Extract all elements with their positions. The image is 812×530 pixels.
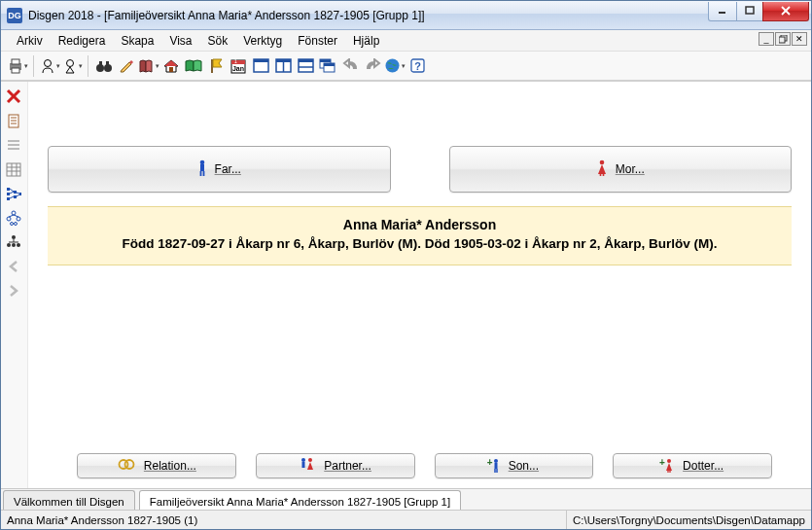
son-button[interactable]: + Son... — [435, 453, 594, 478]
svg-point-71 — [7, 243, 11, 247]
mdi-close-button[interactable]: ✕ — [792, 32, 807, 46]
ancestors-icon[interactable] — [3, 183, 24, 204]
person-name: Anna Maria* Andersson — [63, 217, 776, 232]
center-person-panel[interactable]: Anna Maria* Andersson Född 1827-09-27 i … — [48, 206, 792, 265]
statusbar: Anna Maria* Andersson 1827-1905 (1) C:\U… — [1, 510, 811, 529]
svg-line-56 — [10, 189, 14, 192]
descendants-icon[interactable] — [3, 231, 24, 253]
svg-point-9 — [44, 59, 51, 66]
svg-line-57 — [10, 192, 14, 194]
svg-rect-7 — [12, 59, 19, 64]
window-split-v-icon[interactable] — [272, 55, 294, 77]
status-path: C:\Users\Torgny\Documents\Disgen\Datamap… — [567, 511, 811, 529]
menu-arkiv[interactable]: Arkiv — [9, 32, 51, 50]
menu-sok[interactable]: Sök — [200, 32, 236, 50]
svg-rect-54 — [14, 195, 17, 198]
person-male-icon[interactable]: ▾ — [39, 55, 60, 77]
book-icon[interactable]: ▾ — [138, 55, 159, 77]
svg-point-10 — [66, 59, 73, 66]
side-toolbar — [1, 82, 28, 488]
close-button[interactable] — [762, 2, 809, 21]
cascade-icon[interactable] — [317, 55, 338, 77]
svg-rect-53 — [14, 191, 17, 194]
list-icon[interactable] — [3, 134, 24, 156]
calendar-icon[interactable]: Jan1 — [228, 55, 249, 77]
svg-rect-45 — [7, 163, 20, 176]
print-icon[interactable]: ▾ — [7, 55, 28, 77]
client-area: Far... Mor... Anna Maria* Andersson Född… — [1, 81, 811, 488]
female-icon — [596, 159, 608, 180]
person-info: Född 1827-09-27 i Åkarp nr 6, Åkarp, Bur… — [63, 236, 776, 251]
tree-icon[interactable] — [3, 207, 24, 229]
father-label: Far... — [215, 162, 241, 176]
delete-icon[interactable] — [3, 86, 24, 107]
dotter-button[interactable]: + Dotter... — [613, 453, 772, 478]
svg-point-72 — [12, 243, 16, 247]
svg-point-68 — [12, 235, 16, 239]
person-female-icon[interactable]: ▾ — [61, 55, 83, 77]
mdi-restore-button[interactable] — [775, 32, 791, 46]
svg-rect-15 — [169, 67, 173, 72]
maximize-button[interactable] — [736, 2, 763, 21]
home-icon[interactable] — [160, 55, 182, 77]
svg-rect-22 — [254, 59, 268, 62]
relation-button[interactable]: Relation... — [77, 453, 236, 478]
svg-point-62 — [7, 217, 11, 221]
svg-rect-8 — [12, 68, 19, 73]
parents-row: Far... Mor... — [48, 146, 801, 193]
back-icon[interactable] — [3, 256, 24, 277]
svg-point-78 — [599, 159, 604, 164]
mdi-minimize-button[interactable]: _ — [759, 32, 774, 46]
svg-point-85 — [308, 458, 312, 462]
binoculars-icon[interactable] — [93, 55, 115, 77]
couple-icon — [299, 457, 316, 476]
window-single-icon[interactable] — [250, 55, 271, 77]
action-buttons-row: Relation... Partner... + Son... + Dotter… — [48, 453, 801, 478]
window-split-h-icon[interactable] — [295, 55, 316, 77]
svg-point-90 — [667, 459, 671, 463]
help-icon[interactable]: ? — [406, 55, 428, 77]
svg-rect-13 — [99, 61, 102, 66]
menu-visa[interactable]: Visa — [161, 32, 199, 50]
svg-line-59 — [17, 193, 19, 194]
globe-icon[interactable]: ▾ — [384, 55, 406, 77]
flag-icon[interactable] — [205, 55, 227, 77]
menu-skapa[interactable]: Skapa — [113, 32, 161, 50]
note-icon[interactable] — [3, 110, 24, 131]
menu-hjalp[interactable]: Hjälp — [345, 32, 387, 50]
svg-line-58 — [10, 196, 14, 198]
redo-icon[interactable] — [362, 55, 383, 77]
tab-welcome[interactable]: Välkommen till Disgen — [3, 490, 135, 510]
forward-icon[interactable] — [3, 280, 24, 301]
undo-icon[interactable] — [339, 55, 361, 77]
mother-button[interactable]: Mor... — [449, 146, 793, 193]
svg-rect-52 — [7, 197, 10, 200]
svg-text:Jan: Jan — [231, 65, 243, 72]
app-window: DG Disgen 2018 - [Familjeöversikt Anna M… — [0, 0, 812, 530]
father-button[interactable]: Far... — [48, 146, 391, 193]
menu-verktyg[interactable]: Verktyg — [235, 32, 290, 50]
svg-rect-1 — [746, 7, 754, 14]
minimize-button[interactable] — [708, 2, 737, 21]
male-icon — [197, 159, 207, 180]
svg-point-33 — [386, 59, 400, 73]
open-book-icon[interactable] — [183, 55, 204, 77]
svg-rect-84 — [302, 462, 305, 468]
separator — [88, 55, 88, 77]
svg-rect-51 — [7, 193, 10, 195]
svg-rect-55 — [19, 193, 21, 195]
menubar: Arkiv Redigera Skapa Visa Sök Verktyg Fö… — [1, 30, 811, 52]
window-controls — [709, 2, 809, 21]
tab-family-overview[interactable]: Familjeöversikt Anna Maria* Andersson 18… — [139, 490, 461, 510]
svg-text:?: ? — [414, 60, 421, 72]
window-title: Disgen 2018 - [Familjeöversikt Anna Mari… — [28, 9, 709, 22]
menu-redigera[interactable]: Redigera — [51, 32, 114, 50]
mdi-controls: _ ✕ — [758, 32, 807, 46]
partner-button[interactable]: Partner... — [256, 453, 415, 478]
menu-fonster[interactable]: Fönster — [290, 32, 345, 50]
edit-icon[interactable] — [116, 55, 137, 77]
table-icon[interactable] — [3, 159, 24, 180]
titlebar[interactable]: DG Disgen 2018 - [Familjeöversikt Anna M… — [1, 1, 811, 30]
status-person: Anna Maria* Andersson 1827-1905 (1) — [1, 511, 567, 529]
svg-point-63 — [17, 217, 20, 221]
